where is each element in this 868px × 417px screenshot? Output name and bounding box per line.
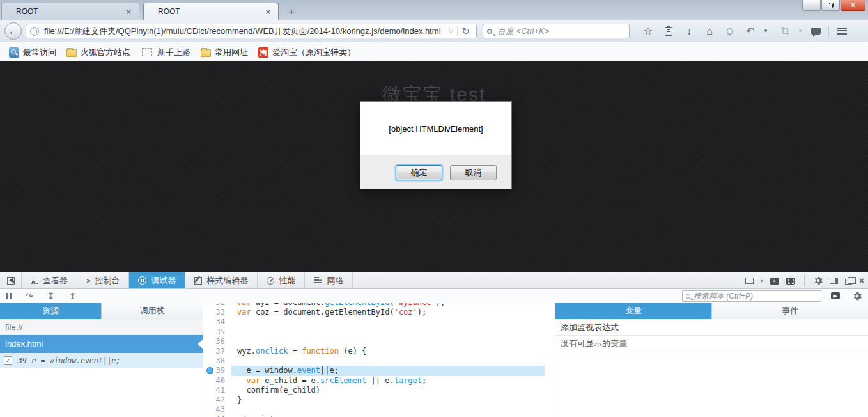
restore-button[interactable] xyxy=(821,0,840,11)
split-console-icon[interactable] xyxy=(745,278,754,284)
line-number[interactable]: 38 xyxy=(203,356,231,366)
script-search-bar[interactable] xyxy=(682,290,821,302)
bookmarks-menu-icon[interactable] xyxy=(665,27,672,36)
line-number[interactable]: 34 xyxy=(203,317,231,327)
tab-sources[interactable]: 资源 xyxy=(0,303,101,319)
dialog-footer: 确定 取消 xyxy=(360,155,511,189)
devtools-tab-style[interactable]: 样式编辑器 xyxy=(185,272,258,288)
bookmark-label: 常用网址 xyxy=(215,47,248,58)
bookmark-item[interactable]: 淘爱淘宝（原淘宝特卖） xyxy=(253,45,360,59)
line-number[interactable]: 39 xyxy=(203,366,231,375)
breakpoint-checkbox[interactable]: ✓ xyxy=(4,356,12,365)
downloads-icon[interactable]: ↓ xyxy=(679,20,699,42)
code-line[interactable]: 40 var e_child = e.srcElement || e.targe… xyxy=(203,376,545,386)
line-number[interactable]: 41 xyxy=(203,386,231,395)
chat-bubble-icon[interactable] xyxy=(811,28,821,35)
toolbar-icons: ☆ ↓ ⌂ ☺ ↶ ▾ ▾ xyxy=(638,20,853,42)
toggle-sidebar-icon[interactable] xyxy=(830,278,838,284)
folder-icon xyxy=(66,49,77,57)
devtools-tab-debugger[interactable]: 调试器 xyxy=(129,272,185,288)
responsive-mode-icon[interactable] xyxy=(786,278,795,285)
debugger-settings-icon[interactable] xyxy=(853,292,862,301)
code-line[interactable]: 39 e = window.event||e; xyxy=(203,366,545,375)
back-button[interactable]: ← xyxy=(4,22,22,40)
code-line[interactable]: 43 xyxy=(203,405,545,414)
source-editor[interactable]: 32var wyz = document.getElementById('wyz… xyxy=(203,303,545,417)
code-line[interactable]: 38 xyxy=(203,356,545,366)
home-icon[interactable]: ⌂ xyxy=(699,20,720,42)
devtools-panel: 查看器>控制台调试器样式编辑器性能网络 ▾ > × ↷ ↧ ↥ xyxy=(0,272,868,417)
pick-element-button[interactable] xyxy=(0,272,22,288)
add-watch-expression[interactable]: 添加监视表达式 xyxy=(555,319,868,336)
devtools-toolbar-right: ▾ > × xyxy=(745,272,864,289)
line-number[interactable]: 40 xyxy=(203,376,231,386)
url-dropdown-icon[interactable]: ▽ xyxy=(445,28,458,35)
pause-icon[interactable] xyxy=(6,293,12,299)
breakpoint-row[interactable]: ✓ 39 e = window.event||e; xyxy=(0,353,203,368)
script-search-input[interactable] xyxy=(694,292,818,301)
bookmark-item[interactable]: 最常访问 xyxy=(4,45,61,59)
code-line[interactable]: 36 xyxy=(203,337,545,347)
url-text[interactable]: file:///E:/新建文件夹/QQPinyin(1)/mulu/CDict/… xyxy=(44,26,445,37)
line-number[interactable]: 44 xyxy=(203,414,231,417)
devtools-tab-console[interactable]: >控制台 xyxy=(77,272,129,288)
screenshot-dropdown-icon: ▾ xyxy=(795,20,805,42)
undo-icon[interactable]: ↶ xyxy=(740,20,761,42)
code-line[interactable]: 34 xyxy=(203,317,545,327)
scratchpad-icon[interactable]: > xyxy=(770,278,779,285)
line-number[interactable]: 42 xyxy=(203,395,231,405)
line-number[interactable]: 36 xyxy=(203,337,231,347)
browser-tab-2[interactable]: ROOT × xyxy=(143,3,279,20)
tab-callstack[interactable]: 调用栈 xyxy=(101,303,203,319)
bookmark-item[interactable]: 火狐官方站点 xyxy=(61,45,136,59)
step-over-icon[interactable]: ↷ xyxy=(26,291,33,301)
code-line[interactable]: 41 confirm(e_child) xyxy=(203,386,545,395)
browser-tab-1[interactable]: ROOT × xyxy=(1,3,139,20)
bookmark-star-icon[interactable]: ☆ xyxy=(638,20,658,42)
ok-button[interactable]: 确定 xyxy=(396,165,442,180)
devtools-tab-performance[interactable]: 性能 xyxy=(258,272,305,288)
step-in-icon[interactable]: ↧ xyxy=(47,291,55,301)
most-visited-icon xyxy=(9,47,19,58)
code-line[interactable]: 35 xyxy=(203,327,545,337)
feedback-smiley-icon[interactable]: ☺ xyxy=(720,20,740,42)
code-line[interactable]: 33var coz = document.getElementById('coz… xyxy=(203,308,545,317)
code-line[interactable]: 42} xyxy=(203,395,545,405)
breakpoint-dot-icon[interactable] xyxy=(206,367,213,374)
close-devtools-icon[interactable]: × xyxy=(859,276,864,286)
step-out-icon[interactable]: ↥ xyxy=(68,291,76,301)
source-group[interactable]: file:// xyxy=(0,319,203,335)
search-bar[interactable] xyxy=(483,24,630,38)
tab-variables[interactable]: 变量 xyxy=(555,303,711,319)
devtools-tab-inspector[interactable]: 查看器 xyxy=(22,272,77,288)
cancel-button[interactable]: 取消 xyxy=(450,165,497,180)
line-number[interactable]: 35 xyxy=(203,327,231,337)
bookmark-item[interactable]: 常用网址 xyxy=(196,45,253,59)
search-input[interactable] xyxy=(497,26,625,36)
source-file-selected[interactable]: index.html xyxy=(0,335,203,353)
url-bar[interactable]: file:///E:/新建文件夹/QQPinyin(1)/mulu/CDict/… xyxy=(26,24,477,38)
close-tab-icon[interactable]: × xyxy=(264,7,272,17)
undock-devtools-icon[interactable] xyxy=(845,279,852,285)
minimize-button[interactable]: — xyxy=(802,0,821,11)
code-line[interactable]: 32var wyz = document.getElementById('wyz… xyxy=(203,303,545,308)
line-number[interactable]: 37 xyxy=(203,347,231,356)
bookmark-item[interactable]: 新手上路 xyxy=(136,45,196,59)
code-line[interactable]: 44</script> xyxy=(203,414,545,417)
code-text xyxy=(231,327,545,337)
code-line[interactable]: 37wyz.onclick = function (e) { xyxy=(203,347,545,356)
close-window-button[interactable]: × xyxy=(841,0,865,11)
close-tab-icon[interactable]: × xyxy=(125,7,132,17)
line-number[interactable]: 32 xyxy=(203,303,231,308)
settings-gear-icon[interactable] xyxy=(814,276,823,285)
reload-button[interactable]: ↻ xyxy=(458,26,474,37)
tab-events[interactable]: 事件 xyxy=(711,303,868,319)
menu-hamburger-icon[interactable] xyxy=(837,28,847,35)
new-tab-button[interactable]: + xyxy=(283,5,300,18)
toggle-panes-icon[interactable]: ▶ xyxy=(831,292,840,299)
line-number[interactable]: 33 xyxy=(203,308,231,317)
line-number[interactable]: 43 xyxy=(203,405,231,414)
devtools-tab-network[interactable]: 网络 xyxy=(305,272,353,288)
split-dropdown-icon[interactable]: ▾ xyxy=(761,278,763,284)
undo-dropdown-icon[interactable]: ▾ xyxy=(761,20,771,42)
